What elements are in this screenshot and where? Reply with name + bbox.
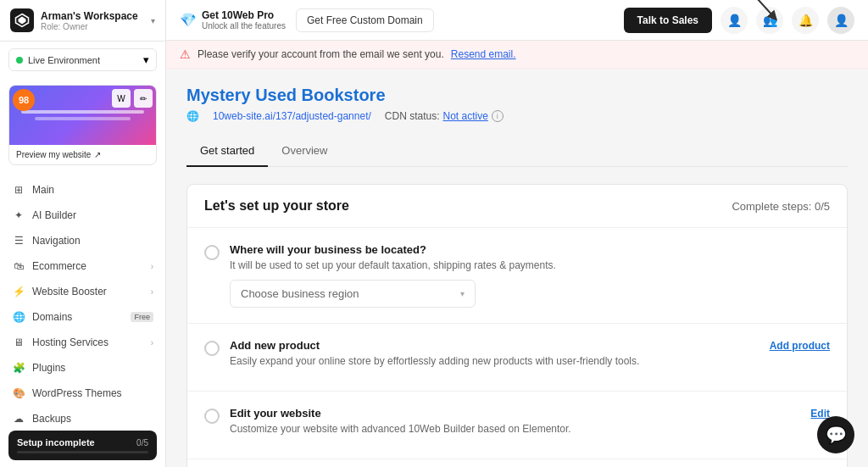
topbar-right: Talk to Sales 👤 👥 🔔 👤	[624, 7, 854, 34]
nav-label-website-booster: Website Booster	[32, 286, 144, 297]
region-select-dropdown[interactable]: Choose business region ▾	[230, 280, 476, 308]
workspace-logo	[10, 8, 34, 32]
preview-edit-button[interactable]: ✏	[134, 89, 153, 108]
preview-actions: W ✏	[112, 89, 153, 108]
backup-icon: ☁	[12, 412, 25, 424]
nav-label-plugins: Plugins	[32, 362, 153, 374]
setup-item-location: Where will your business be located? It …	[187, 228, 847, 324]
setup-section: Let's set up your store Complete steps: …	[186, 184, 848, 467]
site-header: Mystery Used Bookstore 🌐 10web-site.ai/1…	[186, 86, 848, 122]
env-status-dot	[16, 57, 23, 64]
page-content: Mystery Used Bookstore 🌐 10web-site.ai/1…	[166, 69, 868, 467]
talk-to-sales-button[interactable]: Talk to Sales	[624, 8, 712, 33]
workspace-chevron-icon[interactable]: ▾	[151, 16, 155, 25]
workspace-info[interactable]: Arman's Workspace Role: Owner	[10, 8, 138, 32]
main-content: 💎 Get 10Web Pro Unlock all the features …	[166, 0, 868, 467]
setup-incomplete-title: Setup incomplete	[17, 437, 95, 448]
cdn-info-icon[interactable]: i	[492, 110, 504, 122]
palette-icon: 🎨	[12, 386, 25, 400]
cart-icon: 🛍	[12, 259, 25, 273]
site-title: Mystery Used Bookstore	[186, 86, 848, 105]
sidebar-item-navigation[interactable]: ☰ Navigation	[0, 228, 165, 253]
sidebar-item-backups[interactable]: ☁ Backups	[0, 406, 165, 424]
sidebar: Arman's Workspace Role: Owner ▾ Live Env…	[0, 0, 166, 467]
sidebar-item-ecommerce[interactable]: 🛍 Ecommerce ›	[0, 253, 165, 279]
complete-steps-label: Complete steps: 0/5	[732, 200, 830, 213]
sidebar-item-plugins[interactable]: 🧩 Plugins	[0, 355, 165, 381]
sidebar-item-main[interactable]: ⊞ Main	[0, 177, 165, 203]
sidebar-item-ai-builder[interactable]: ✦ AI Builder	[0, 203, 165, 228]
setup-progress-bar	[17, 451, 148, 453]
nav-menu: ⊞ Main ✦ AI Builder ☰ Navigation 🛍 Ecomm…	[0, 172, 165, 424]
ecommerce-arrow-icon: ›	[151, 262, 153, 271]
notifications-icon[interactable]: 🔔	[792, 7, 819, 34]
sidebar-item-themes[interactable]: 🎨 WordPress Themes	[0, 381, 165, 406]
preview-bar-2	[35, 117, 131, 120]
cdn-status: CDN status: Not active i	[385, 110, 504, 122]
environment-switcher[interactable]: Live Environment ▾	[8, 48, 157, 71]
nav-label-main: Main	[32, 184, 153, 196]
nav-label-themes: WordPress Themes	[32, 387, 153, 399]
setup-section-header: Let's set up your store Complete steps: …	[187, 185, 847, 228]
chat-bubble-button[interactable]: 💬	[817, 416, 854, 453]
preview-w-button[interactable]: W	[112, 89, 131, 108]
env-label: Live Environment	[28, 55, 138, 65]
alert-banner: ⚠ Please verify your account from the em…	[166, 41, 868, 69]
nav-label-ai-builder: AI Builder	[32, 209, 153, 221]
user-circle-icon[interactable]: 👤	[721, 7, 748, 34]
setup-progress-row: Setup incomplete 0/5	[17, 437, 148, 448]
sidebar-item-domains[interactable]: 🌐 Domains Free	[0, 304, 165, 330]
team-icon[interactable]: 👥	[756, 7, 783, 34]
resend-email-link[interactable]: Resend email.	[451, 48, 516, 60]
sidebar-item-website-booster[interactable]: ⚡ Website Booster ›	[0, 279, 165, 304]
setup-radio-product[interactable]	[204, 341, 220, 356]
setup-edit-content: Edit your website Customize your website…	[230, 407, 800, 443]
preview-link[interactable]: Preview my website ↗	[9, 145, 156, 164]
cdn-status-link[interactable]: Not active	[442, 110, 487, 122]
site-url-link[interactable]: 10web-site.ai/137/adjusted-gannet/	[213, 110, 371, 122]
tab-get-started[interactable]: Get started	[186, 136, 268, 167]
tab-overview[interactable]: Overview	[268, 136, 341, 167]
puzzle-icon: 🧩	[12, 361, 25, 375]
workspace-text: Arman's Workspace Role: Owner	[41, 10, 138, 31]
workspace-role: Role: Owner	[41, 22, 138, 31]
nav-label-domains: Domains	[32, 311, 124, 323]
setup-radio-edit[interactable]	[204, 409, 220, 424]
grid-icon: ⊞	[12, 183, 25, 197]
sidebar-item-hosting[interactable]: 🖥 Hosting Services ›	[0, 330, 165, 355]
globe-icon: 🌐	[12, 310, 25, 324]
performance-score-badge: 98	[13, 89, 35, 111]
domains-free-badge: Free	[131, 312, 153, 322]
promo-badge: 💎 Get 10Web Pro Unlock all the features	[180, 9, 286, 31]
get-free-domain-button[interactable]: Get Free Custom Domain	[296, 8, 434, 32]
region-select-placeholder: Choose business region	[241, 287, 359, 300]
globe-small-icon: 🌐	[186, 110, 199, 122]
chat-icon: 💬	[826, 425, 847, 445]
topbar-left: 💎 Get 10Web Pro Unlock all the features …	[180, 8, 434, 32]
booster-arrow-icon: ›	[151, 287, 153, 297]
alert-error-icon: ⚠	[180, 47, 191, 61]
sidebar-header: Arman's Workspace Role: Owner ▾	[0, 0, 165, 42]
add-product-link[interactable]: Add product	[770, 340, 830, 352]
setup-radio-location[interactable]	[204, 245, 220, 260]
topbar-right-area: Talk to Sales 👤 👥 🔔 👤	[624, 7, 854, 34]
nav-label-navigation: Navigation	[32, 235, 153, 247]
setup-item-domain: Add your custom domain Elevate your bran…	[187, 459, 847, 467]
rocket-icon: ⚡	[12, 285, 25, 298]
svg-marker-1	[19, 17, 26, 25]
setup-item-edit-website: Edit your website Customize your website…	[187, 392, 847, 459]
server-icon: 🖥	[12, 336, 25, 349]
site-meta: 🌐 10web-site.ai/137/adjusted-gannet/ CDN…	[186, 110, 848, 122]
setup-incomplete-progress: 0/5	[136, 438, 148, 448]
setup-product-content: Add new product Easily expand your onlin…	[230, 339, 760, 375]
avatar[interactable]: 👤	[827, 7, 854, 34]
logo-icon	[14, 13, 30, 28]
setup-incomplete-bar[interactable]: Setup incomplete 0/5	[8, 431, 157, 460]
promo-title: Get 10Web Pro	[202, 9, 286, 21]
topbar: 💎 Get 10Web Pro Unlock all the features …	[166, 0, 868, 41]
setup-product-title: Add new product	[230, 339, 760, 352]
promo-text: Get 10Web Pro Unlock all the features	[202, 9, 286, 31]
setup-edit-title: Edit your website	[230, 407, 800, 420]
env-chevron-icon: ▾	[143, 53, 149, 66]
hosting-arrow-icon: ›	[151, 338, 153, 347]
